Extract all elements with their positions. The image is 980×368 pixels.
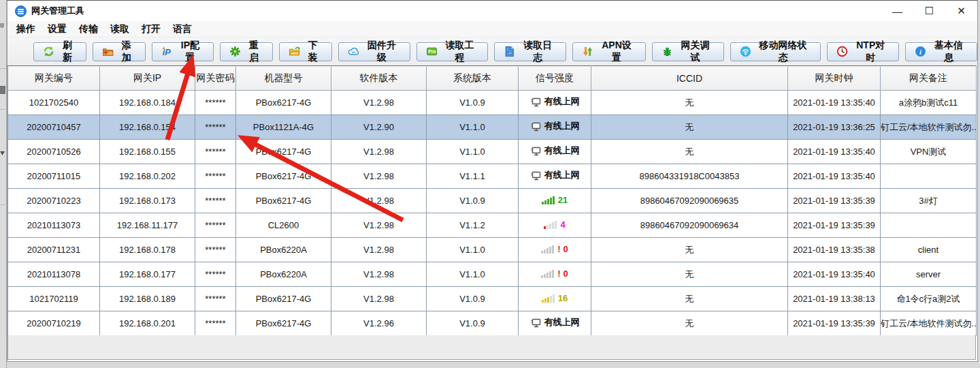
machine-model-cell: PBox1121A-4G (236, 115, 331, 140)
ntp-sync-button[interactable]: NTP对时 (827, 42, 899, 61)
col-header-signal-strength[interactable]: 信号强度 (519, 66, 591, 91)
wifi-icon (740, 46, 751, 57)
table-row[interactable]: 20200710457192.168.0.154******PBox1121A-… (8, 115, 977, 140)
menu-item-settings[interactable]: 设置 (42, 23, 73, 35)
gateway-id-cell: 20210113078 (8, 262, 100, 287)
read-log-button[interactable]: LOG 读取日志 (494, 42, 566, 61)
iccid-cell: 89860467092090069634 (591, 213, 788, 238)
title-bar: 网关管理工具 — ☐ ✕ (7, 1, 977, 21)
iccid-cell: 无 (591, 311, 788, 336)
gateway-clock-cell: 2021-01-19 13:35:39 (788, 311, 881, 336)
col-header-gateway-password[interactable]: 网关密码 (195, 66, 236, 91)
gateway-id-cell: 20200710457 (8, 115, 100, 140)
system-version-cell: V1.0.9 (427, 311, 519, 336)
minimize-button[interactable]: — (881, 1, 913, 21)
read-project-button[interactable]: Pro 读取工程 (416, 42, 489, 61)
system-version-cell: V1.1.0 (427, 140, 519, 164)
svg-text:iP: iP (163, 47, 172, 57)
iccid-cell: 无 (591, 115, 788, 140)
app-icon (15, 5, 27, 17)
bug-icon (662, 46, 673, 57)
col-header-gateway-clock[interactable]: 网关时钟 (788, 66, 881, 91)
mobile-network-status-button[interactable]: 移动网络状态 (730, 42, 821, 61)
menu-item-transfer[interactable]: 传输 (73, 23, 104, 35)
apn-arrows-icon (582, 46, 593, 57)
software-version-cell: V1.2.98 (331, 189, 427, 213)
refresh-icon (43, 46, 54, 57)
gateway-clock-cell: 2021-01-19 13:35:38 (788, 238, 881, 262)
col-header-iccid[interactable]: ICCID (591, 66, 788, 91)
menu-item-operate[interactable]: 操作 (10, 23, 42, 35)
iccid-cell: 无 (591, 140, 788, 164)
iccid-cell: 无 (591, 287, 788, 311)
close-button[interactable]: ✕ (945, 1, 977, 21)
restart-button[interactable]: 重启 (220, 42, 273, 61)
ip-config-button[interactable]: iP IP配置 (152, 42, 214, 61)
machine-model-cell: PBox6217-4G (236, 140, 331, 164)
maximize-button[interactable]: ☐ (913, 1, 945, 21)
iccid-cell: 89860467092090069635 (591, 189, 788, 213)
download-folder-icon (289, 46, 300, 57)
table-row[interactable]: 20210113078192.168.0.177******PBox6220AV… (8, 262, 977, 287)
table-row[interactable]: 20200711231192.168.0.178******PBox6220AV… (8, 238, 977, 262)
add-folder-icon (102, 46, 114, 57)
gateway-password-cell: ****** (195, 287, 236, 311)
software-version-cell: V1.2.98 (331, 140, 427, 164)
gateway-ip-cell: 192.168.0.201 (100, 311, 195, 336)
table-row[interactable]: 1021702540192.168.0.184******PBox6217-4G… (8, 91, 977, 115)
basic-info-button[interactable]: i 基本信息 (905, 42, 977, 61)
menu-item-language[interactable]: 语言 (167, 23, 198, 35)
machine-model-cell: PBox6217-4G (236, 189, 331, 213)
table-row[interactable]: 20200710223192.168.0.173******PBox6217-4… (8, 189, 977, 213)
system-version-cell: V1.1.0 (427, 262, 519, 287)
col-header-system-version[interactable]: 系统版本 (427, 66, 519, 91)
signal-strength-cell: 有线上网 (519, 91, 591, 115)
signal-strength-cell: !0 (519, 238, 591, 262)
pro-icon: Pro (426, 46, 438, 57)
signal-strength-cell: 有线上网 (519, 140, 591, 164)
gateway-note-cell: 钉工云/本地软件测试勿... (881, 311, 977, 336)
table-row[interactable]: 20200711015192.168.0.202******PBox6217-4… (8, 164, 977, 189)
gateway-debug-button[interactable]: 网关调试 (652, 42, 724, 61)
gateway-password-cell: ****** (195, 189, 236, 213)
clock-icon (836, 46, 848, 57)
system-version-cell: V1.1.0 (427, 115, 519, 140)
add-button[interactable]: 添加 (93, 42, 146, 61)
gateway-ip-cell: 192.168.0.178 (100, 238, 195, 262)
gateway-clock-cell: 2021-01-19 13:38:13 (788, 287, 881, 311)
menu-item-open[interactable]: 打开 (135, 23, 167, 35)
gateway-manager-window: 网关管理工具 — ☐ ✕ 操作 设置 传输 读取 打开 语言 刷新 (7, 0, 978, 362)
gateway-ip-cell: 192.168.0.202 (100, 164, 195, 189)
refresh-button[interactable]: 刷新 (33, 42, 86, 61)
gateway-note-cell (881, 164, 977, 189)
wired-network-icon (530, 122, 542, 132)
table-row[interactable]: 20200710219192.168.0.201******PBox6217-4… (8, 311, 977, 336)
gateway-id-cell: 20200711015 (8, 164, 100, 189)
gateway-ip-cell: 192.168.0.154 (100, 115, 195, 140)
gateway-ip-cell: 192.168.0.177 (100, 262, 195, 287)
col-header-gateway-id[interactable]: 网关编号 (8, 66, 100, 91)
col-header-gateway-note[interactable]: 网关备注 (881, 66, 977, 91)
system-version-cell: V1.1.2 (427, 213, 519, 238)
firmware-upgrade-button[interactable]: 固件升级 (338, 42, 410, 61)
menu-item-read[interactable]: 读取 (104, 23, 135, 35)
machine-model-cell: PBox6217-4G (236, 311, 331, 336)
software-version-cell: V1.2.98 (331, 213, 427, 238)
table-row[interactable]: 20210113073192.168.11.177******CL2600V1.… (8, 213, 977, 238)
table-row[interactable]: 1021702119192.168.0.189******PBox6217-4G… (8, 287, 977, 311)
machine-model-cell: PBox6217-4G (236, 287, 331, 311)
download-button[interactable]: 下装 (279, 42, 332, 61)
col-header-machine-model[interactable]: 机器型号 (236, 66, 331, 91)
software-version-cell: V1.2.96 (331, 311, 427, 336)
signal-bars-icon (541, 269, 555, 279)
gateway-clock-cell: 2021-01-19 13:35:40 (788, 164, 881, 189)
toolbar: 刷新 添加 iP IP配置 重启 (7, 37, 977, 65)
table-row[interactable]: 20200710526192.168.0.155******PBox6217-4… (8, 140, 977, 164)
col-header-gateway-ip[interactable]: 网关IP (100, 66, 195, 91)
gateway-table: 网关编号 网关IP 网关密码 机器型号 软件版本 系统版本 信号强度 ICCID… (7, 65, 976, 336)
iccid-cell: 898604331918C0043853 (591, 164, 788, 189)
system-version-cell: V1.1.1 (427, 164, 519, 189)
apn-settings-button[interactable]: APN设置 (572, 42, 645, 61)
col-header-software-version[interactable]: 软件版本 (331, 66, 427, 91)
gateway-password-cell: ****** (195, 115, 236, 140)
